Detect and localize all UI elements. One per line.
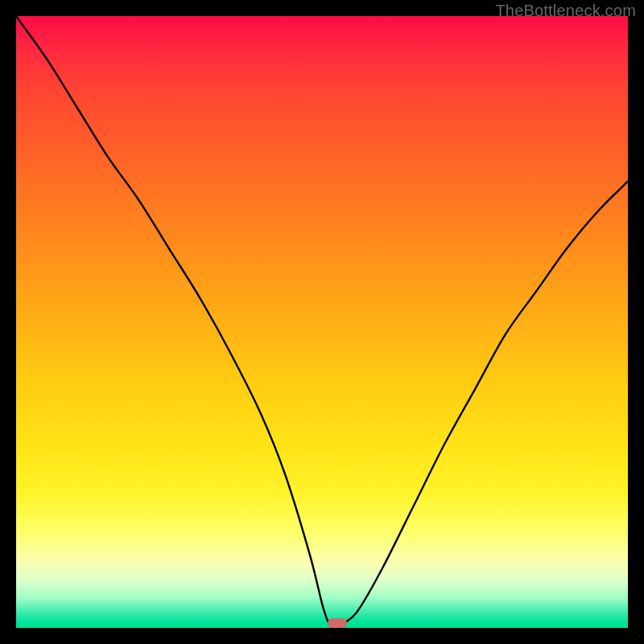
chart-container: TheBottleneck.com (0, 0, 644, 644)
plot-area (16, 16, 628, 628)
optimum-marker (328, 618, 347, 628)
curve-path (16, 16, 628, 629)
watermark-label: TheBottleneck.com (495, 2, 636, 20)
bottleneck-curve (16, 16, 628, 628)
